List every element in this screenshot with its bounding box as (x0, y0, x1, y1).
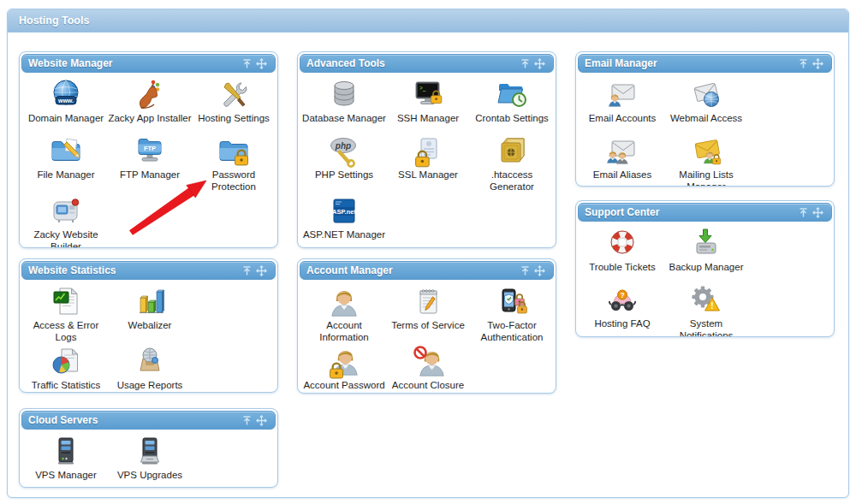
tool-label: Webalizer (128, 320, 172, 332)
website-manager-header: Website Manager (21, 54, 276, 73)
move-handle[interactable] (254, 414, 269, 427)
cloud-servers-header: Cloud Servers (21, 411, 276, 430)
page-title: Hosting Tools (19, 15, 89, 27)
hosting-tools-container: Hosting Tools Website Managerwww.Domain … (7, 9, 849, 498)
tool-traffic-statistics[interactable]: Traffic Statistics (24, 345, 108, 393)
cloud-servers-body: VPS ManagerVPS Upgrades (21, 430, 197, 488)
tool-webalizer[interactable]: Webalizer (108, 285, 192, 343)
email-accounts-icon (605, 78, 639, 112)
tool-label: FTP Manager (120, 169, 180, 181)
panel-website-statistics: Website StatisticsAccess & Error LogsWeb… (19, 258, 278, 393)
collapse-button[interactable] (518, 57, 532, 70)
move-handle[interactable] (811, 206, 825, 219)
tool-domain-manager[interactable]: www.Domain Manager (24, 78, 108, 133)
tool-zacky-app-installer[interactable]: Zacky App Installer (108, 78, 192, 133)
crontab-settings-icon (495, 78, 529, 112)
tool-asp-net-manager[interactable]: ASP.netASP.NET Manager (302, 194, 386, 248)
move-handle[interactable] (254, 57, 269, 70)
account-closure-icon (411, 345, 445, 379)
hosting-tools-header: Hosting Tools (8, 9, 848, 33)
system-notifications-icon: ! (689, 283, 723, 317)
tool-backup-manager[interactable]: Backup Manager (664, 227, 748, 282)
move-handle[interactable] (811, 57, 825, 70)
collapse-button[interactable] (518, 264, 532, 277)
panel-website-manager: Website Managerwww.Domain ManagerZacky A… (19, 51, 278, 248)
collapse-button[interactable] (240, 414, 254, 427)
website-statistics-body: Access & Error LogsWebalizerTraffic Stat… (21, 280, 197, 393)
panel-title: Support Center (585, 206, 796, 218)
tool-ssl-manager[interactable]: SSL Manager (386, 134, 470, 193)
tool-hosting-settings[interactable]: Hosting Settings (192, 78, 276, 133)
tool-system-notifications[interactable]: !System Notifications (664, 283, 748, 337)
move-handle[interactable] (532, 57, 547, 70)
webalizer-icon (133, 285, 167, 319)
tool-htaccess-generator[interactable]: .htaccess Generator (470, 134, 554, 193)
domain-manager-icon: www. (49, 78, 83, 112)
advanced-tools-header: Advanced Tools (300, 54, 554, 73)
zacky-website-builder-icon (49, 194, 83, 228)
tool-label: File Manager (37, 169, 94, 181)
panels-area: Website Managerwww.Domain ManagerZacky A… (8, 33, 848, 488)
collapse-button[interactable] (240, 264, 254, 277)
collapse-button[interactable] (796, 206, 811, 219)
tool-database-manager[interactable]: Database Manager (302, 78, 386, 133)
tool-two-factor-authentication[interactable]: Two-Factor Authentication (470, 285, 554, 343)
webmail-access-icon (689, 78, 723, 112)
tool-label: Zacky App Installer (108, 113, 191, 125)
zacky-app-installer-icon (133, 78, 167, 112)
tool-trouble-tickets[interactable]: Trouble Tickets (580, 227, 664, 282)
tool-vps-manager[interactable]: VPS Manager (24, 435, 108, 488)
tool-terms-of-service[interactable]: Terms of Service (386, 285, 470, 343)
tool-email-accounts[interactable]: Email Accounts (580, 78, 664, 133)
ftp-manager-icon: FTP (133, 134, 167, 169)
tool-file-manager[interactable]: File Manager (24, 134, 108, 193)
tool-label: Account Password (303, 380, 384, 392)
tool-label: .htaccess Generator (470, 169, 554, 193)
htaccess-generator-icon (495, 134, 529, 169)
svg-text:php: php (335, 141, 351, 151)
tool-password-protection[interactable]: Password Protection (192, 134, 276, 193)
tool-access-error-logs[interactable]: Access & Error Logs (24, 285, 108, 343)
tool-label: Traffic Statistics (32, 380, 101, 392)
tool-account-information[interactable]: Account Information (302, 285, 386, 343)
tool-label: SSH Manager (397, 113, 459, 125)
tool-label: Usage Reports (117, 380, 183, 392)
tool-label: Two-Factor Authentication (470, 320, 554, 343)
collapse-button[interactable] (796, 57, 811, 70)
password-protection-icon (217, 134, 251, 169)
tool-label: Hosting Settings (198, 113, 270, 125)
tool-crontab-settings[interactable]: Crontab Settings (470, 78, 554, 133)
tool-label: VPS Manager (35, 470, 97, 482)
panel-title: Account Manager (306, 264, 518, 276)
svg-text:>_: >_ (419, 85, 426, 92)
tool-account-password[interactable]: Account Password (302, 345, 386, 394)
tool-php-settings[interactable]: phpPHP Settings (302, 134, 386, 193)
tool-label: Email Aliases (593, 169, 651, 181)
asp-net-manager-icon: ASP.net (327, 194, 361, 228)
account-manager-header: Account Manager (300, 261, 554, 280)
tool-label: Domain Manager (28, 113, 104, 125)
mailing-lists-manager-icon (689, 134, 723, 169)
tool-label: Trouble Tickets (589, 262, 656, 274)
trouble-tickets-icon (605, 227, 639, 261)
tool-ftp-manager[interactable]: FTPFTP Manager (108, 134, 192, 193)
panel-email-manager: Email ManagerEmail AccountsWebmail Acces… (575, 51, 835, 187)
tool-vps-upgrades[interactable]: VPS Upgrades (108, 435, 192, 488)
email-aliases-icon (605, 134, 639, 169)
support-center-header: Support Center (578, 203, 832, 222)
tool-webmail-access[interactable]: Webmail Access (664, 78, 748, 133)
move-handle[interactable] (532, 264, 547, 277)
tool-mailing-lists-manager[interactable]: Mailing Lists Manager (664, 134, 748, 187)
tool-usage-reports[interactable]: Usage Reports (108, 345, 192, 393)
tool-email-aliases[interactable]: Email Aliases (580, 134, 664, 187)
move-handle[interactable] (254, 264, 269, 277)
vps-manager-icon (49, 435, 83, 469)
panel-column-1: Website Managerwww.Domain ManagerZacky A… (19, 51, 278, 488)
tool-label: System Notifications (664, 318, 748, 337)
tool-hosting-faq[interactable]: ?Hosting FAQ (580, 283, 664, 337)
collapse-button[interactable] (240, 57, 254, 70)
tool-account-closure[interactable]: Account Closure (386, 345, 470, 394)
tool-zacky-website-builder[interactable]: Zacky Website Builder (24, 194, 108, 248)
tool-label: SSL Manager (398, 169, 458, 181)
tool-ssh-manager[interactable]: >_SSH Manager (386, 78, 470, 133)
